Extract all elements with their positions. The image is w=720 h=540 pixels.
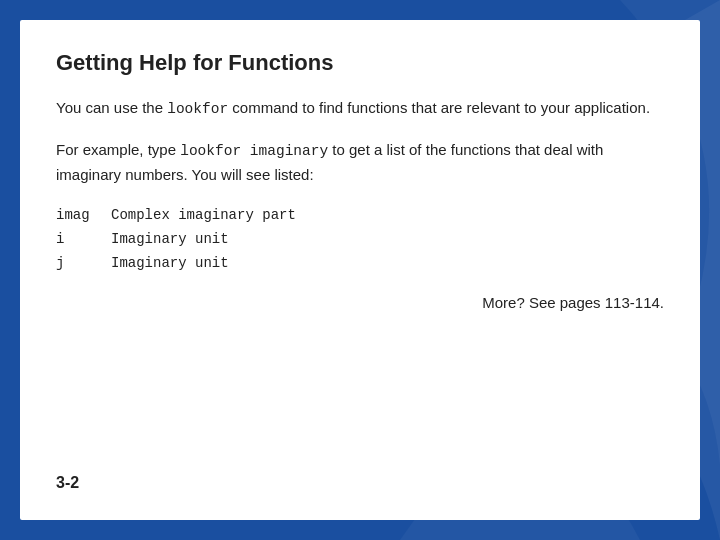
code-desc-imag: Complex imaginary part <box>111 204 296 228</box>
slide-content: Getting Help for Functions You can use t… <box>20 20 700 520</box>
code-func-j: j <box>56 252 111 276</box>
code-row-imag: imag Complex imaginary part <box>56 204 296 228</box>
code-row-i: i Imaginary unit <box>56 228 296 252</box>
code-row-j: j Imaginary unit <box>56 252 296 276</box>
inline-code-lookfor-imaginary: lookfor imaginary <box>180 143 328 159</box>
paragraph-2: For example, type lookfor imaginary to g… <box>56 138 664 186</box>
code-desc-i: Imaginary unit <box>111 228 296 252</box>
code-table: imag Complex imaginary part i Imaginary … <box>56 204 296 275</box>
more-reference: More? See pages 113-114. <box>56 294 664 311</box>
code-func-i: i <box>56 228 111 252</box>
slide-title: Getting Help for Functions <box>56 50 664 76</box>
code-desc-j: Imaginary unit <box>111 252 296 276</box>
slide-number: 3-2 <box>56 474 79 492</box>
inline-code-lookfor: lookfor <box>167 101 228 117</box>
paragraph-1: You can use the lookfor command to find … <box>56 96 664 120</box>
code-list: imag Complex imaginary part i Imaginary … <box>56 204 664 275</box>
code-func-imag: imag <box>56 204 111 228</box>
